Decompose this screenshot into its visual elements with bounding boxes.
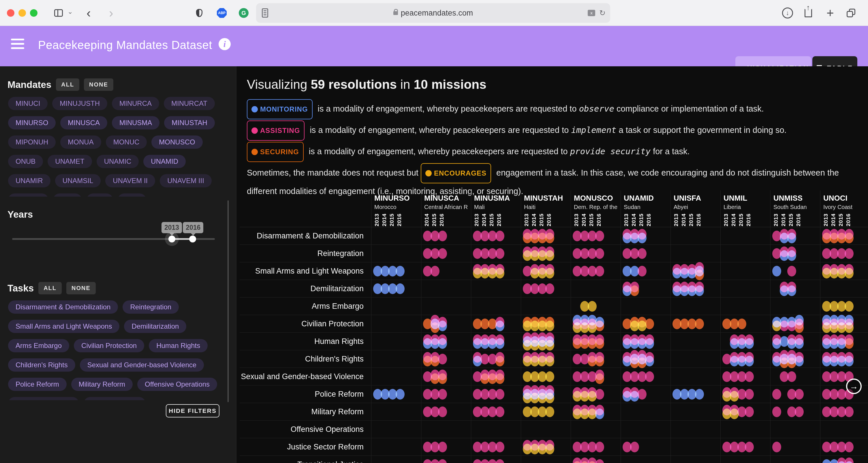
monitoring-dot[interactable] (438, 338, 447, 349)
task-chip[interactable]: Disarmament & Demobilization (8, 300, 118, 314)
grammarly-icon[interactable]: G (239, 0, 249, 26)
task-chip-partial[interactable] (8, 397, 79, 400)
mandate-chip[interactable]: UNAMIR (8, 174, 51, 187)
task-chip[interactable]: Human Rights (149, 339, 208, 352)
mandate-chip[interactable]: UNAVEM III (160, 174, 212, 187)
monitoring-dot[interactable] (495, 338, 504, 349)
encourages-dot[interactable] (545, 250, 554, 261)
securing-dot[interactable] (695, 318, 704, 329)
securing-dot[interactable] (795, 322, 804, 333)
assisting-dot[interactable] (438, 442, 447, 452)
assisting-dot[interactable] (495, 459, 504, 463)
adblock-plus-icon[interactable]: ABP (217, 0, 227, 26)
new-tab-icon[interactable]: + (827, 0, 834, 26)
tasks-all-button[interactable]: ALL (38, 282, 62, 295)
address-bar[interactable]: peacemandates.com x ↻ (256, 3, 610, 23)
encourages-dot[interactable] (588, 301, 597, 312)
monitoring-dot[interactable] (795, 338, 804, 349)
assisting-dot[interactable] (772, 389, 781, 400)
back-icon[interactable]: ‹ (87, 0, 91, 26)
assisting-dot[interactable] (845, 406, 854, 417)
mandate-chip[interactable]: MONUC (106, 135, 147, 149)
task-chip[interactable]: Demilitarization (124, 320, 186, 333)
monitoring-dot[interactable] (645, 356, 654, 366)
hide-filters-button[interactable]: HIDE FILTERS (166, 404, 219, 418)
assisting-dot[interactable] (638, 248, 647, 259)
encourages-dot[interactable] (545, 393, 554, 403)
mandate-chip[interactable]: MONUA (60, 135, 101, 149)
assisting-dot[interactable] (438, 389, 447, 400)
tab-overview-icon[interactable] (847, 0, 855, 26)
assisting-dot[interactable] (630, 442, 639, 452)
encourages-dot[interactable] (845, 301, 854, 312)
securing-dot[interactable] (595, 320, 604, 331)
encourages-dot[interactable] (545, 406, 554, 417)
assisting-dot[interactable] (431, 266, 439, 276)
assisting-dot[interactable] (745, 442, 754, 452)
mandate-chip[interactable]: MINURCA (112, 97, 159, 110)
tasks-none-button[interactable]: NONE (66, 282, 96, 295)
securing-dot[interactable] (845, 338, 854, 349)
securing-dot[interactable] (645, 318, 654, 329)
assisting-dot[interactable] (638, 389, 647, 400)
monitoring-dot[interactable] (772, 266, 781, 276)
assisting-dot[interactable] (795, 406, 804, 417)
assisting-dot[interactable] (595, 442, 604, 452)
securing-dot[interactable] (737, 318, 746, 329)
monitoring-dot[interactable] (495, 320, 504, 331)
monitoring-dot[interactable] (695, 285, 704, 296)
assisting-dot[interactable] (595, 266, 604, 276)
monitoring-dot[interactable] (787, 285, 796, 296)
mandate-chip-partial[interactable] (53, 193, 82, 196)
mandates-all-button[interactable]: ALL (56, 79, 79, 91)
monitoring-dot[interactable] (396, 266, 405, 276)
assisting-dot[interactable] (595, 230, 604, 241)
monitoring-dot[interactable] (745, 338, 754, 349)
mandate-chip[interactable]: MINUSTAH (164, 116, 215, 129)
assisting-dot[interactable] (787, 371, 796, 382)
encourages-dot[interactable] (845, 268, 854, 278)
assisting-dot[interactable] (745, 371, 754, 382)
task-chip-partial[interactable] (84, 397, 146, 400)
assisting-dot[interactable] (745, 406, 754, 417)
assisting-dot[interactable] (595, 389, 604, 400)
task-chip[interactable]: Children's Rights (8, 358, 75, 372)
scroll-right-button[interactable]: → (846, 378, 862, 394)
encourages-dot[interactable] (545, 320, 554, 331)
mandate-chip[interactable]: UNAMIC (97, 155, 139, 168)
monitoring-dot[interactable] (595, 408, 604, 419)
assisting-dot[interactable] (438, 406, 447, 417)
share-icon[interactable] (805, 0, 812, 26)
monitoring-dot[interactable] (787, 250, 796, 261)
encourages-dot[interactable] (545, 340, 554, 350)
assisting-dot[interactable] (795, 389, 804, 400)
assisting-dot[interactable] (772, 442, 781, 452)
securing-dot[interactable] (545, 233, 554, 243)
monitoring-dot[interactable] (396, 389, 405, 400)
monitoring-dot[interactable] (396, 283, 405, 294)
mandate-chip[interactable]: MINUCI (8, 97, 48, 110)
encourages-dot[interactable] (495, 268, 504, 278)
assisting-dot[interactable] (495, 442, 504, 452)
encourages-dot[interactable] (545, 268, 554, 278)
monitoring-dot[interactable] (745, 356, 754, 366)
task-chip[interactable]: Sexual and Gender-based Violence (80, 358, 204, 372)
mandate-chip[interactable]: UNAVEM II (105, 174, 155, 187)
assisting-dot[interactable] (438, 248, 447, 259)
years-slider-handle-from[interactable] (168, 236, 175, 243)
reader-view-icon[interactable] (262, 8, 268, 18)
legend-badge-encourages[interactable]: ENCOURAGES (421, 163, 491, 183)
monitoring-dot[interactable] (695, 389, 704, 400)
securing-dot[interactable] (495, 356, 504, 366)
task-chip[interactable]: Arms Embargo (8, 339, 69, 352)
monitoring-dot[interactable] (795, 356, 804, 366)
mandate-chip[interactable]: MIPONUH (8, 135, 56, 149)
minimize-window-button[interactable] (19, 9, 26, 17)
securing-dot[interactable] (695, 270, 704, 280)
assisting-dot[interactable] (495, 389, 504, 400)
assisting-dot[interactable] (645, 371, 654, 382)
legend-badge-assisting[interactable]: ASSISTING (247, 121, 305, 141)
task-chip[interactable]: Small Arms and Light Weapons (8, 320, 119, 333)
sidebar-scrollbar[interactable] (227, 200, 229, 402)
assisting-dot[interactable] (438, 459, 447, 463)
